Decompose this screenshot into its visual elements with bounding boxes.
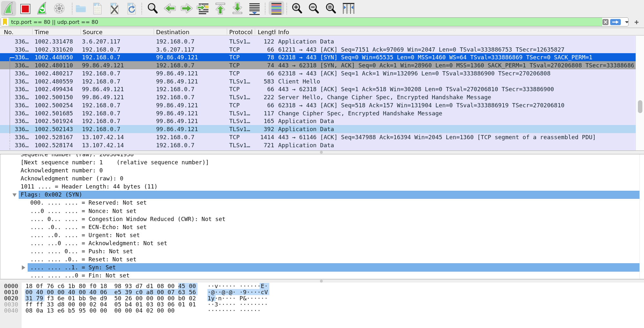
restart-capture-button[interactable]: [35, 1, 49, 15]
display-filter-field[interactable]: tcp.port == 80 || udp.port == 80: [1, 17, 629, 26]
splitter-handle-dot: [320, 151, 323, 154]
zoom-out-button[interactable]: [307, 1, 321, 15]
column-header-length[interactable]: Length: [258, 28, 275, 35]
details-row[interactable]: [Next sequence number: 1 (relative seque…: [0, 159, 644, 167]
zoom-original-button[interactable]: [324, 1, 338, 15]
save-file-button[interactable]: 010100110101110: [90, 1, 104, 15]
go-last-packet-button[interactable]: [230, 1, 245, 15]
cell-no: 336…: [15, 69, 29, 77]
go-next-packet-button[interactable]: [180, 1, 194, 15]
close-file-button[interactable]: 010100110101110: [107, 1, 121, 15]
packet-row-8[interactable]: 336…1002.50015099.86.49.121192.168.0.7TL…: [0, 93, 636, 101]
packet-row-10[interactable]: 336…1002.501685192.168.0.799.86.49.121TL…: [0, 109, 636, 117]
details-row[interactable]: .... ...0 .... = Acknowledgment: Not set: [0, 239, 644, 247]
bytes-row[interactable]: 0030ff ff 33 d8 00 00 02 04 05 b4 01 03 …: [0, 301, 644, 307]
zoom-in-button[interactable]: [290, 1, 304, 15]
column-separator[interactable]: [154, 29, 154, 34]
filter-add-button[interactable]: [632, 18, 641, 26]
colorize-packets-button[interactable]: [269, 1, 284, 15]
details-row[interactable]: Acknowledgment number: 0: [0, 167, 644, 175]
column-separator[interactable]: [276, 29, 276, 34]
details-row[interactable]: Acknowledgment number (raw): 0: [0, 175, 644, 183]
splitter-details-bytes[interactable]: [0, 279, 644, 283]
scrollbar-thumb[interactable]: [638, 100, 642, 113]
packet-row-11[interactable]: 336…1002.501924192.168.0.799.86.49.121TL…: [0, 117, 636, 125]
bytes-hex: 18 0f 76 c6 1b 80 f0 18 98 93 d7 d1 08 0…: [25, 283, 196, 289]
go-previous-packet-button[interactable]: [163, 1, 177, 15]
related-packet-line: [10, 125, 10, 133]
cell-destination: 192.168.0.7: [156, 141, 195, 149]
clear-x-icon: [602, 19, 609, 25]
splitter-list-details[interactable]: [0, 151, 644, 154]
bytes-row[interactable]: 004008 0a 13 e6 b5 95 00 00 00 00 04 02 …: [0, 307, 644, 314]
column-separator[interactable]: [255, 29, 255, 34]
details-row-text: .... .0.. .... = ECN-Echo: Not set: [30, 223, 147, 231]
filter-input-value[interactable]: tcp.port == 80 || udp.port == 80: [11, 18, 98, 26]
column-header-time[interactable]: Time: [35, 28, 49, 35]
filter-apply-button[interactable]: [610, 19, 621, 25]
details-row[interactable]: .... .... ...0 = Fin: Not set: [0, 272, 644, 279]
expander-down-icon[interactable]: [12, 193, 17, 197]
packet-row-13[interactable]: 336…1002.52816713.107.42.14192.168.0.7TC…: [0, 133, 636, 141]
cell-length: 1414: [260, 133, 274, 141]
bytes-hex: 00 40 00 00 40 00 40 06 e5 39 c0 a8 00 0…: [25, 289, 196, 295]
cell-time: 1002.480110: [35, 61, 73, 69]
bookmark-icon: [1, 18, 9, 26]
packet-row-5[interactable]: 336…1002.480217192.168.0.799.86.49.121TC…: [0, 69, 636, 77]
column-header-no[interactable]: No.: [4, 28, 14, 35]
packet-row-9[interactable]: 336…1002.500254192.168.0.799.86.49.121TC…: [0, 101, 636, 109]
details-row[interactable]: .... .... .0.. = Reset: Not set: [0, 256, 644, 264]
details-scrollbar-track[interactable]: [639, 154, 640, 279]
packet-row-7[interactable]: 336…1002.49943499.86.49.121192.168.0.7TC…: [0, 85, 636, 93]
details-row[interactable]: .... 0... .... = Congestion Window Reduc…: [0, 215, 644, 223]
stop-capture-button[interactable]: [18, 1, 32, 15]
details-row[interactable]: 000. .... .... = Reserved: Not set: [0, 199, 644, 207]
bytes-row[interactable]: 001000 40 00 00 40 00 40 06 e5 39 c0 a8 …: [0, 289, 644, 295]
details-row[interactable]: 1011 .... = Header Length: 44 bytes (11): [0, 183, 644, 191]
column-header-protocol[interactable]: Protocol: [229, 28, 253, 35]
details-row[interactable]: Flags: 0x002 (SYN): [0, 191, 644, 199]
filter-bookmark-button[interactable]: [1, 18, 9, 26]
expander-right-icon[interactable]: [22, 265, 25, 270]
cell-time: 1002.502143: [35, 125, 73, 133]
go-first-packet-button[interactable]: [213, 1, 227, 15]
arrow-up-bar-icon: [213, 1, 227, 15]
packet-row-6[interactable]: 336…1002.480559192.168.0.799.86.49.121TL…: [0, 77, 636, 85]
column-separator[interactable]: [227, 29, 227, 34]
cell-length: 122: [264, 37, 274, 45]
column-header-source[interactable]: Source: [83, 28, 103, 35]
details-row[interactable]: ...0 .... .... = Nonce: Not set: [0, 207, 644, 215]
packet-row-3[interactable]: 336…1002.448050192.168.0.799.86.49.121TC…: [0, 53, 636, 61]
packet-row-14[interactable]: 336…1002.52817413.107.42.14192.168.0.7TL…: [0, 141, 636, 149]
packet-row-2[interactable]: 336…1002.331620192.168.0.73.6.207.117TCP…: [0, 45, 636, 53]
bytes-row[interactable]: 000018 0f 76 c6 1b 80 f0 18 98 93 d7 d1 …: [0, 283, 644, 289]
packet-list-scrollbar[interactable]: [636, 36, 644, 150]
details-row[interactable]: .... .0.. .... = ECN-Echo: Not set: [0, 223, 644, 231]
bytes-offset: 0020: [4, 295, 18, 302]
resize-columns-button[interactable]: [341, 1, 356, 15]
start-capture-button[interactable]: [1, 1, 15, 15]
column-header-destination[interactable]: Destination: [156, 28, 189, 35]
bytes-offset: 0000: [4, 283, 18, 289]
find-packet-button[interactable]: [146, 1, 160, 15]
reload-file-button[interactable]: 010100110101110: [124, 1, 139, 15]
column-header-info[interactable]: Info: [278, 28, 289, 35]
filter-clear-button[interactable]: [602, 19, 609, 25]
column-separator[interactable]: [81, 29, 81, 34]
cell-source: 99.86.49.121: [82, 61, 124, 69]
bytes-row[interactable]: 002031 79 f3 6e 01 bb 9e d9 50 26 00 00 …: [0, 295, 644, 301]
details-row[interactable]: .... .... ..1. = Syn: Set: [0, 264, 644, 272]
details-row[interactable]: .... .... 0... = Push: Not set: [0, 247, 644, 256]
open-file-button[interactable]: [73, 1, 88, 15]
column-separator[interactable]: [32, 29, 33, 34]
details-row[interactable]: .... ..0. .... = Urgent: Not set: [0, 231, 644, 239]
filter-dropdown-chevron[interactable]: [625, 21, 629, 23]
packet-row-12[interactable]: 336…1002.502143192.168.0.799.86.49.121TL…: [0, 125, 636, 133]
capture-options-button[interactable]: [52, 1, 66, 15]
packet-row-1[interactable]: 336…1002.3314783.6.207.117192.168.0.7TLS…: [0, 37, 636, 45]
cell-destination: 99.86.49.121: [156, 125, 198, 133]
details-row[interactable]: Sequence number (raw): 2003041958: [0, 154, 644, 159]
auto-scroll-button[interactable]: [247, 1, 262, 15]
go-to-packet-button[interactable]: [197, 1, 211, 15]
packet-row-4[interactable]: 336…1002.48011099.86.49.121192.168.0.7TC…: [0, 61, 636, 69]
